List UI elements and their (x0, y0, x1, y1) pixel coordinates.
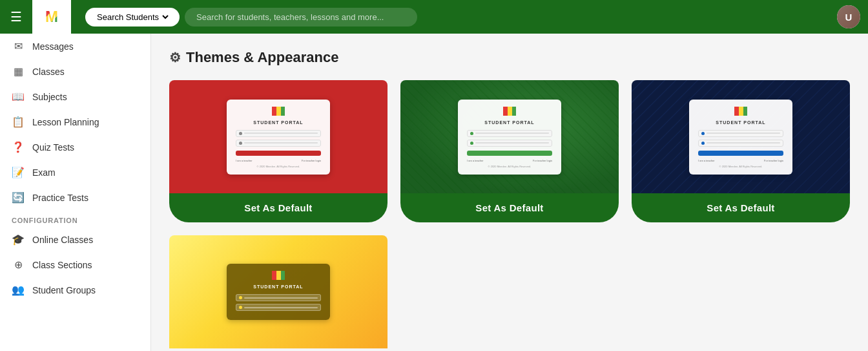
portal-card-red: STUDENT PORTAL I am a teac (227, 100, 330, 175)
sidebar-item-label: Class Sections (32, 260, 92, 270)
portal-signin-btn-green (467, 151, 552, 156)
portal-title-green: STUDENT PORTAL (467, 120, 552, 125)
search-dropdown[interactable]: Search Students Search Teachers Search L… (85, 8, 180, 27)
portal-title-red: STUDENT PORTAL (236, 120, 321, 125)
theme-card-red: STUDENT PORTAL I am a teac (169, 80, 388, 222)
theme-preview-inner-green: STUDENT PORTAL I am a teac (400, 80, 619, 193)
theme-preview-green: STUDENT PORTAL I am a teac (400, 80, 619, 193)
student-groups-icon: 👥 (12, 284, 25, 296)
sidebar-item-label: Student Groups (32, 285, 96, 295)
sidebar-item-classes[interactable]: ▦ Classes (0, 59, 150, 84)
logo: M (32, 0, 71, 34)
svg-rect-2 (281, 107, 285, 116)
portal-title-navy: STUDENT PORTAL (698, 120, 783, 125)
sidebar-item-label: Quiz Tests (32, 142, 74, 153)
portal-logo-row-navy (698, 106, 783, 116)
portal-input-1-navy (698, 130, 783, 137)
portal-input-2-green (467, 140, 552, 147)
search-container: Search Students Search Teachers Search L… (85, 8, 417, 27)
themes-grid: STUDENT PORTAL I am a teac (169, 80, 850, 348)
sidebar-item-student-groups[interactable]: 👥 Student Groups (0, 277, 150, 303)
portal-card-green: STUDENT PORTAL I am a teac (458, 100, 561, 175)
theme-preview-red: STUDENT PORTAL I am a teac (169, 80, 388, 193)
portal-signin-btn-navy (698, 151, 783, 156)
portal-links-green: I am a teacherFor teacher login (467, 159, 552, 162)
hamburger-icon[interactable]: ☰ (8, 6, 25, 27)
portal-links-navy: I am a teacherFor teacher login (698, 159, 783, 162)
subjects-icon: 📖 (12, 90, 25, 103)
sidebar-item-label: Practice Tests (32, 193, 88, 203)
config-section-label: CONFIGURATION (0, 210, 150, 227)
portal-logo-mini-yellow (271, 270, 286, 281)
sidebar-item-online-classes[interactable]: 🎓 Online Classes (0, 227, 150, 252)
lesson-planning-icon: 📋 (12, 116, 25, 128)
portal-logo-row (236, 106, 321, 116)
sidebar-item-messages[interactable]: ✉ Messages (0, 34, 150, 59)
sidebar-item-label: Messages (32, 41, 74, 52)
theme-preview-navy: STUDENT PORTAL I am a teac (632, 80, 850, 193)
sidebar-item-label: Exam (32, 167, 56, 178)
portal-logo-mini-navy (733, 106, 749, 116)
svg-rect-9 (272, 271, 276, 280)
theme-preview-yellow: STUDENT PORTAL (169, 235, 388, 348)
avatar-circle: U (837, 5, 860, 28)
logo-text: M (45, 8, 58, 26)
sidebar-item-subjects[interactable]: 📖 Subjects (0, 84, 150, 109)
sidebar-item-exam[interactable]: 📝 Exam (0, 160, 150, 185)
sidebar-item-class-sections[interactable]: ⊕ Class Sections (0, 252, 150, 277)
theme-card-yellow: STUDENT PORTAL (169, 235, 388, 348)
sidebar-item-label: Online Classes (32, 235, 93, 245)
portal-input-2-yellow (236, 304, 321, 311)
sidebar-item-quiz-tests[interactable]: ❓ Quiz Tests (0, 134, 150, 160)
svg-rect-5 (512, 107, 516, 116)
practice-tests-icon: 🔄 (12, 191, 25, 204)
portal-input-1-yellow (236, 294, 321, 301)
svg-rect-10 (276, 271, 281, 280)
portal-card-yellow: STUDENT PORTAL (227, 264, 330, 320)
sidebar-item-lesson-planning[interactable]: 📋 Lesson Planning (0, 109, 150, 134)
svg-rect-6 (734, 107, 739, 116)
page-title: ⚙ Themes & Appearance (169, 49, 850, 66)
messages-icon: ✉ (12, 40, 25, 52)
svg-rect-8 (743, 107, 747, 116)
portal-links-red: I am a teacherFor teacher login (236, 159, 321, 162)
online-classes-icon: 🎓 (12, 233, 25, 246)
portal-copyright-navy: © 2020 Meedee. All Rights Reserved. (698, 165, 783, 168)
portal-logo-row-green (467, 106, 552, 116)
search-input[interactable] (185, 8, 417, 27)
quiz-tests-icon: ❓ (12, 141, 25, 153)
class-sections-icon: ⊕ (12, 259, 25, 271)
portal-input-2-navy (698, 140, 783, 147)
set-default-button-green[interactable]: Set As Default (400, 193, 619, 222)
sidebar-item-label: Classes (32, 67, 65, 77)
svg-rect-0 (272, 107, 276, 116)
theme-card-green: STUDENT PORTAL I am a teac (400, 80, 619, 222)
topbar: ☰ M Search Students Search Teachers Sear… (0, 0, 868, 34)
theme-preview-inner-navy: STUDENT PORTAL I am a teac (632, 80, 850, 193)
set-default-button-navy[interactable]: Set As Default (632, 193, 850, 222)
sidebar-item-label: Lesson Planning (32, 117, 99, 127)
portal-input-1-red (236, 130, 321, 137)
exam-icon: 📝 (12, 166, 25, 178)
theme-preview-inner-yellow: STUDENT PORTAL (169, 235, 388, 348)
main-content: ⚙ Themes & Appearance STUDENT PORTAL (151, 34, 868, 351)
theme-preview-inner-red: STUDENT PORTAL I am a teac (169, 80, 388, 193)
portal-input-2-red (236, 140, 321, 147)
sidebar-item-practice-tests[interactable]: 🔄 Practice Tests (0, 185, 150, 210)
portal-title-yellow: STUDENT PORTAL (236, 284, 321, 289)
portal-logo-row-yellow (236, 270, 321, 281)
portal-input-1-green (467, 130, 552, 137)
svg-rect-4 (508, 107, 512, 116)
portal-logo-mini (271, 106, 286, 116)
search-type-select[interactable]: Search Students Search Teachers Search L… (94, 12, 170, 23)
sidebar-item-label: Subjects (32, 92, 67, 102)
avatar[interactable]: U (837, 5, 860, 28)
set-default-button-red[interactable]: Set As Default (169, 193, 388, 222)
portal-logo-mini-green (502, 106, 517, 116)
svg-rect-7 (739, 107, 743, 116)
sidebar: ✉ Messages ▦ Classes 📖 Subjects 📋 Lesson… (0, 34, 151, 351)
main-wrap: ✉ Messages ▦ Classes 📖 Subjects 📋 Lesson… (0, 34, 868, 351)
page-title-text: Themes & Appearance (186, 49, 338, 66)
portal-signin-btn-red (236, 151, 321, 156)
theme-card-navy: STUDENT PORTAL I am a teac (632, 80, 850, 222)
